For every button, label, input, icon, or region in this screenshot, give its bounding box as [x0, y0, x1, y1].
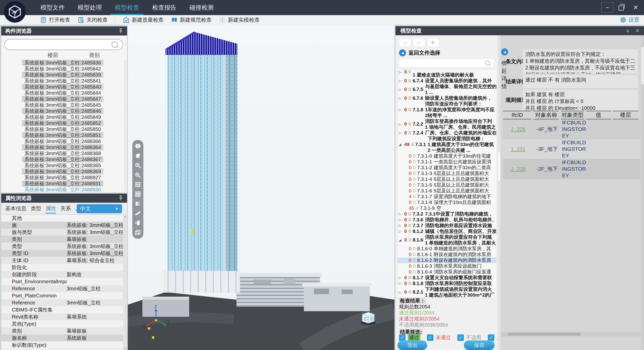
- restore-button[interactable]: [616, 3, 627, 12]
- view-cube[interactable]: 右 后: [360, 309, 377, 326]
- property-group-row[interactable]: CBIMS-IFC属性集: [1, 306, 123, 313]
- collapsed-icon[interactable]: ▷: [398, 88, 404, 91]
- component-search-input[interactable]: [5, 42, 111, 48]
- collapsed-icon[interactable]: ▷: [398, 229, 404, 233]
- property-row[interactable]: 主体 ID幕墙系统: 铝合金立柱: [1, 257, 123, 264]
- component-item[interactable]: 系统嵌板:3mm铝板_立柱:2485845: [3, 102, 123, 108]
- close-panel-icon[interactable]: ✕: [635, 28, 639, 34]
- rule-tree-node[interactable]: ◢4947.3.1下列建筑应设置消防电梯：1 建筑高度大于33m的住宅建筑2 一…: [398, 136, 496, 153]
- rule-tree-node[interactable]: ▷006.7.6除设置人员密集场所的建筑外，: [398, 95, 496, 101]
- close-button[interactable]: ✕: [630, 3, 641, 12]
- tab-碰撞检测[interactable]: 碰撞检测: [183, 0, 220, 15]
- rule-tree-node[interactable]: 007.3.1-45层及以上且总建筑面积大: [398, 176, 496, 182]
- home-icon[interactable]: [134, 152, 141, 159]
- detail-vscrollbar-thumb[interactable]: [641, 47, 644, 85]
- scroll-up-icon[interactable]: ∧: [124, 214, 126, 218]
- rule-tree-node[interactable]: ▷007.1.8消防车道应符合下列要求：1车道的净宽度和净空高度均不应2转弯半 …: [398, 101, 496, 118]
- filter-checkbox-na[interactable]: ✓不适用: [457, 334, 481, 341]
- prop-tab-属性[interactable]: 属性: [46, 203, 56, 214]
- shading-icon[interactable]: [134, 200, 141, 207]
- property-row[interactable]: 族名称系统嵌板: [1, 334, 123, 341]
- table-row[interactable]: 1_226-4F_地下IFCBUILDINGSTOREY: [503, 119, 640, 139]
- collapsed-icon[interactable]: ▷: [398, 79, 404, 83]
- rule-tree-node[interactable]: ▷007.3.27.3.1中设置了消防电梯的建筑，: [398, 211, 496, 217]
- property-row[interactable]: 类别幕墙嵌板: [1, 327, 123, 334]
- rule-tree-node[interactable]: 007.3.1-55层及以上且总建筑面积大: [398, 182, 496, 188]
- expanded-icon[interactable]: ◢: [398, 143, 404, 146]
- component-item[interactable]: 系统嵌板:3mm铝板_立柱:2485847: [3, 96, 123, 102]
- cube-icon[interactable]: [134, 229, 141, 236]
- nav-back-button[interactable]: ‹: [399, 38, 411, 47]
- table-column-楼层[interactable]: 楼层: [613, 111, 638, 119]
- component-item[interactable]: 系统嵌板:3mm铝板_立柱:2485840: [3, 84, 123, 90]
- back-to-file-select[interactable]: ◀ 返回文件选择: [399, 49, 440, 56]
- language-dropdown[interactable]: 中文 ▼: [77, 204, 122, 213]
- ifc-id-link[interactable]: 1_231: [503, 146, 533, 152]
- rule-tree-node[interactable]: ▷007.2.4厂房、仓库、公共建筑的外墙应在: [398, 130, 496, 136]
- column-floor[interactable]: 楼层: [48, 52, 58, 59]
- tab-模型检查[interactable]: 模型检查: [108, 0, 146, 15]
- rule-search[interactable]: [399, 58, 494, 67]
- rule-tree-node[interactable]: 008.1.6-1附设在建筑内的消防水泵房: [398, 252, 496, 257]
- minimize-button[interactable]: −: [601, 3, 613, 13]
- prop-tab-类型[interactable]: 类型: [31, 203, 41, 214]
- checkbox-checked-icon[interactable]: ✓: [488, 334, 494, 341]
- collapsed-icon[interactable]: ▷: [398, 276, 404, 279]
- collapsed-icon[interactable]: ▷: [398, 218, 404, 222]
- refresh-button[interactable]: ↻: [427, 38, 439, 47]
- collapsed-icon[interactable]: ▷: [398, 70, 404, 74]
- export-button[interactable]: 导出: [397, 340, 427, 350]
- collapsed-icon[interactable]: ▷: [398, 108, 404, 112]
- property-group-row[interactable]: Pset_PlateCommon: [1, 292, 123, 299]
- rule-tree-node[interactable]: ▷008.1.8消防水泵房和消防控制室应采取: [398, 281, 496, 286]
- tree-scrollbar[interactable]: [498, 35, 501, 350]
- table-column-对象名称[interactable]: 对象名称: [533, 111, 559, 119]
- hscroll-left-icon[interactable]: ‹: [501, 332, 507, 336]
- component-search[interactable]: [4, 39, 123, 50]
- table-column-值[interactable]: 值: [586, 111, 611, 119]
- filter-checkbox-fail[interactable]: ✓未通过: [427, 334, 451, 341]
- collapsed-icon[interactable]: ▷: [398, 212, 404, 216]
- detail-vscrollbar[interactable]: [641, 35, 644, 350]
- orbit-icon[interactable]: [134, 143, 141, 150]
- table-row[interactable]: 1_238-2F_地下IFCBUILDINGSTOREY: [503, 159, 640, 179]
- measure-icon[interactable]: [134, 210, 141, 217]
- component-item[interactable]: 系统嵌板:3mm铝板_立柱:2488366: [3, 138, 123, 144]
- property-group-row[interactable]: 其他(Type): [1, 320, 123, 327]
- rule-search-input[interactable]: [399, 60, 484, 66]
- tab-模型文件[interactable]: 模型文件: [34, 0, 71, 15]
- rule-tree-node[interactable]: 008.1.6-0单独建造的消防水泵房，其: [398, 246, 496, 252]
- scroll-down-icon[interactable]: ∨: [124, 346, 126, 350]
- collapse-panel-icon[interactable]: ∨: [626, 28, 630, 34]
- toolbar-doc-open-button[interactable]: 打开检查: [40, 16, 70, 23]
- collapsed-icon[interactable]: ▷: [398, 122, 404, 126]
- rule-tree-node[interactable]: 007.3.1-65层及以上且总建筑面积大: [398, 188, 496, 194]
- rule-tree-node[interactable]: ▷007.2.2消防车登高操作场地应符合下列1 场地与厂房、仓库、民用建筑之: [398, 118, 496, 130]
- component-item[interactable]: 系统嵌板:3mm铝板_立柱:2485849: [3, 114, 123, 120]
- property-row[interactable]: 创建的阶段新构造: [1, 271, 123, 278]
- component-item[interactable]: 系统嵌板:3mm铝板_立柱:2488364: [3, 144, 123, 150]
- rule-tree-node[interactable]: ▷007.3.7消防电梯的井底应设置排水设施: [398, 223, 496, 228]
- component-item[interactable]: 系统嵌板:3mm铝板_立柱:2488369: [3, 168, 123, 174]
- rule-tree-node[interactable]: 007.3.1-35层及以上且总建筑面积大: [398, 170, 496, 176]
- property-row[interactable]: Reference3mm铝板_立柱: [1, 299, 123, 306]
- zoom-extents-icon[interactable]: [134, 162, 141, 169]
- component-item[interactable]: 系统嵌板:3mm铝板_立柱:2485844: [3, 90, 123, 96]
- rule-tree-node[interactable]: ▷006.7.5与基层墙体、装饰层之间无空腔的1 ...: [398, 84, 496, 95]
- property-grid-scrollbar[interactable]: ∧ ∨: [123, 214, 127, 350]
- toolbar-real-model-button[interactable]: 新建实模检查: [219, 16, 260, 23]
- component-item[interactable]: 系统嵌板:3mm铝板_立柱:2485851: [3, 132, 123, 138]
- zoom-previous-icon[interactable]: [134, 171, 141, 179]
- pin-icon[interactable]: [118, 195, 124, 201]
- property-row[interactable]: 类型系统嵌板: 3mm铝板_立柱: [1, 243, 123, 250]
- prop-tab-关系[interactable]: 关系: [60, 203, 71, 214]
- collapsed-icon[interactable]: ▷: [398, 224, 404, 227]
- collapsed-icon[interactable]: ▷: [398, 96, 404, 100]
- property-row[interactable]: 类别幕墙嵌板: [1, 236, 123, 243]
- toolbar-spec-book-button[interactable]: 新建规范检查: [171, 16, 212, 23]
- component-item[interactable]: 系统嵌板:3mm铝板_立柱:2485850: [3, 126, 123, 132]
- detail-hscrollbar[interactable]: ‹: [501, 332, 641, 336]
- 3d-model[interactable]: [128, 25, 394, 350]
- tab-检查报告[interactable]: 检查报告: [146, 0, 183, 15]
- rule-tree-node[interactable]: 007.3.1-0建筑高度大于33m的住宅建: [398, 153, 496, 159]
